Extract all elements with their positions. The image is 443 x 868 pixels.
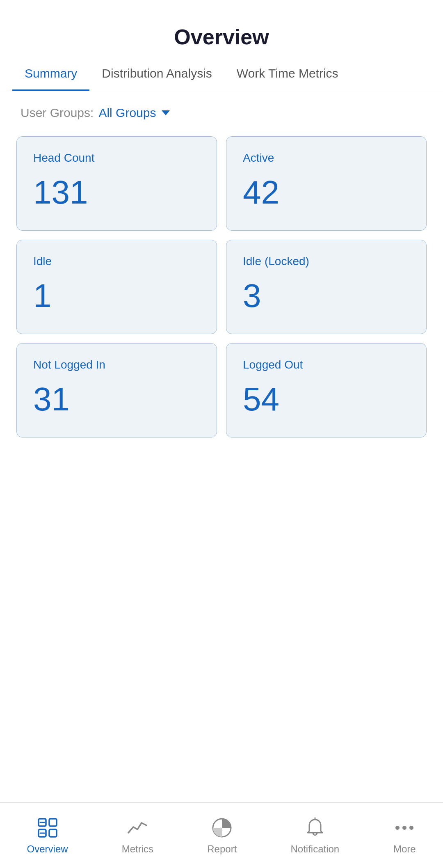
stat-value-active: 42 [243, 176, 410, 209]
stat-value-logged-out: 54 [243, 383, 410, 416]
tab-summary[interactable]: Summary [12, 57, 89, 91]
stat-value-not-logged-in: 31 [33, 383, 200, 416]
stat-value-idle: 1 [33, 279, 200, 312]
tab-distribution[interactable]: Distribution Analysis [89, 57, 224, 91]
more-icon [393, 816, 416, 839]
nav-item-report[interactable]: Report [199, 812, 245, 859]
notification-icon [304, 816, 327, 839]
three-dots-icon [395, 826, 413, 830]
svg-rect-3 [49, 829, 57, 837]
overview-icon [36, 816, 59, 839]
stat-label-idle-locked: Idle (Locked) [243, 255, 410, 268]
metrics-icon [126, 816, 149, 839]
stat-label-logged-out: Logged Out [243, 358, 410, 371]
tab-worktime[interactable]: Work Time Metrics [224, 57, 351, 91]
nav-item-metrics[interactable]: Metrics [114, 812, 162, 859]
stats-grid: Head Count 131 Active 42 Idle 1 Idle (Lo… [0, 128, 443, 446]
stat-card-logged-out[interactable]: Logged Out 54 [226, 343, 427, 437]
stat-card-active[interactable]: Active 42 [226, 136, 427, 231]
filter-row: User Groups: All Groups [0, 91, 443, 128]
filter-label: User Groups: [21, 106, 94, 120]
stat-label-idle: Idle [33, 255, 200, 268]
stat-label-active: Active [243, 151, 410, 165]
page-header: Overview [0, 0, 443, 57]
nav-item-more[interactable]: More [385, 812, 424, 859]
stat-label-not-logged-in: Not Logged In [33, 358, 200, 371]
nav-label-more: More [393, 843, 416, 855]
stat-card-idle-locked[interactable]: Idle (Locked) 3 [226, 240, 427, 334]
stat-value-head-count: 131 [33, 176, 200, 209]
nav-label-notification: Notification [290, 843, 339, 855]
svg-rect-2 [49, 819, 57, 826]
nav-label-report: Report [207, 843, 237, 855]
nav-item-overview[interactable]: Overview [19, 812, 76, 859]
stat-card-head-count[interactable]: Head Count 131 [16, 136, 217, 231]
chevron-down-icon [162, 110, 170, 115]
nav-label-overview: Overview [27, 843, 68, 855]
report-icon [210, 816, 233, 839]
page-title: Overview [16, 25, 427, 49]
bottom-nav: Overview Metrics Report [0, 802, 443, 868]
stat-label-head-count: Head Count [33, 151, 200, 165]
nav-item-notification[interactable]: Notification [282, 812, 347, 859]
user-groups-dropdown[interactable]: All Groups [98, 106, 170, 120]
tabs-container: Summary Distribution Analysis Work Time … [0, 57, 443, 91]
stat-value-idle-locked: 3 [243, 279, 410, 312]
stat-card-not-logged-in[interactable]: Not Logged In 31 [16, 343, 217, 437]
stat-card-idle[interactable]: Idle 1 [16, 240, 217, 334]
nav-label-metrics: Metrics [122, 843, 153, 855]
